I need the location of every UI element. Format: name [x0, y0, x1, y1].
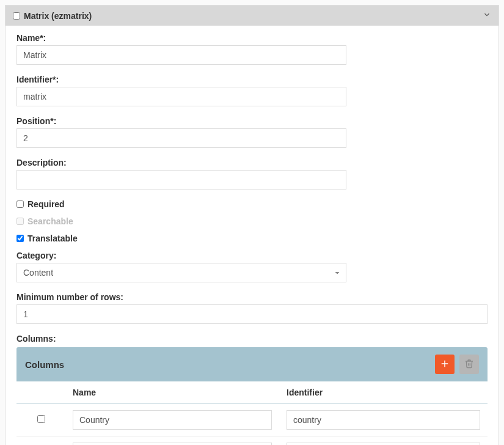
searchable-checkbox [16, 218, 24, 225]
panel-select-checkbox[interactable] [13, 12, 20, 20]
trash-icon [464, 359, 474, 370]
position-group: Position*: [16, 116, 346, 148]
name-field[interactable] [16, 45, 346, 65]
add-column-button[interactable] [435, 355, 455, 374]
row-checkbox[interactable] [37, 415, 45, 423]
matrix-panel: Matrix (ezmatrix) Name*: Identifier*: Po… [5, 5, 499, 445]
panel-body: Name*: Identifier*: Position*: Descripti… [5, 26, 499, 445]
translatable-label: Translatable [27, 234, 78, 243]
min-rows-group: Minimum number of rows: [16, 292, 488, 324]
category-group: Category: Content [16, 251, 346, 282]
panel-header[interactable]: Matrix (ezmatrix) [5, 6, 499, 26]
description-group: Description: [16, 158, 346, 189]
identifier-group: Identifier*: [16, 75, 346, 106]
translatable-row: Translatable [16, 234, 488, 243]
name-group: Name*: [16, 33, 346, 65]
columns-label-group: Columns: [16, 334, 488, 344]
identifier-label: Identifier*: [16, 75, 346, 84]
position-label: Position*: [16, 116, 346, 126]
chevron-down-icon[interactable] [483, 10, 491, 21]
table-row [16, 404, 488, 436]
name-label: Name*: [16, 33, 346, 43]
delete-column-button[interactable] [459, 355, 479, 374]
table-row [16, 436, 488, 446]
th-select [16, 381, 65, 404]
column-identifier-field[interactable] [287, 410, 480, 430]
columns-header-title: Columns [25, 359, 64, 370]
category-label: Category: [16, 251, 346, 260]
searchable-label: Searchable [27, 216, 73, 226]
column-name-field[interactable] [73, 410, 272, 430]
position-field[interactable] [16, 128, 346, 148]
th-name: Name [65, 381, 279, 404]
th-identifier: Identifier [279, 381, 488, 404]
plus-icon [439, 358, 450, 371]
searchable-row: Searchable [16, 216, 488, 226]
required-row: Required [16, 199, 488, 209]
description-label: Description: [16, 158, 346, 167]
panel-title: Matrix (ezmatrix) [24, 11, 92, 21]
min-rows-label: Minimum number of rows: [16, 292, 488, 302]
columns-header: Columns [16, 347, 488, 381]
translatable-checkbox[interactable] [16, 235, 24, 242]
column-name-field[interactable] [73, 443, 272, 445]
column-identifier-field[interactable] [287, 443, 480, 445]
identifier-field[interactable] [16, 87, 346, 106]
category-select[interactable]: Content [16, 263, 346, 282]
columns-label: Columns: [16, 334, 488, 344]
description-field[interactable] [16, 170, 346, 189]
required-checkbox[interactable] [16, 200, 24, 208]
required-label: Required [27, 199, 65, 209]
min-rows-field[interactable] [16, 304, 488, 324]
columns-table: Name Identifier [16, 381, 488, 445]
